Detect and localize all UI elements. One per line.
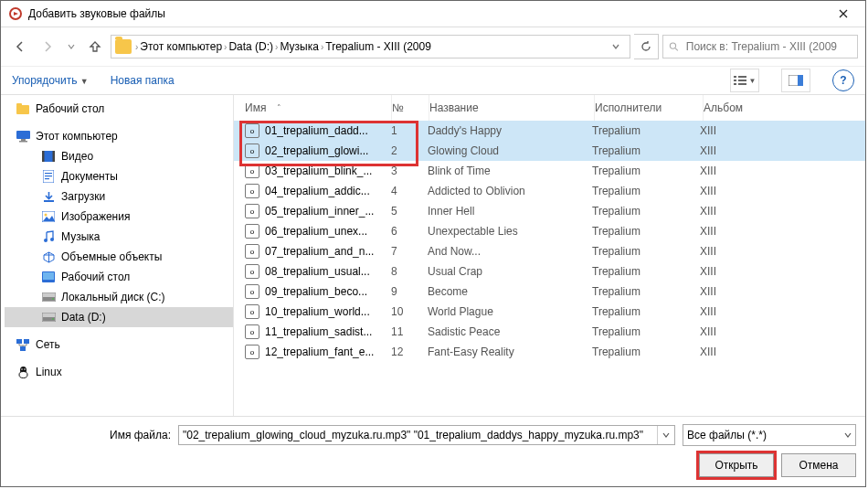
- close-button[interactable]: [825, 2, 862, 26]
- svg-rect-21: [45, 178, 49, 179]
- tree-item[interactable]: Локальный диск (С:): [5, 287, 233, 307]
- folder-icon: [115, 39, 132, 54]
- tree-item[interactable]: Изображения: [5, 207, 233, 227]
- tree-item[interactable]: Рабочий стол: [5, 267, 233, 287]
- svg-rect-5: [738, 80, 746, 81]
- tree-item-desktop[interactable]: Рабочий стол: [5, 99, 233, 119]
- svg-point-1: [670, 43, 675, 48]
- tree-item[interactable]: Объемные объекты: [5, 247, 233, 267]
- audio-file-icon: o: [245, 345, 259, 359]
- header-name[interactable]: Имя˄: [234, 95, 392, 121]
- file-row[interactable]: o09_trepalium_beco...9BecomeTrepaliumXII…: [234, 282, 865, 302]
- tree-item[interactable]: Загрузки: [5, 186, 233, 207]
- back-button[interactable]: [8, 35, 32, 58]
- filename-combo[interactable]: [178, 425, 675, 445]
- track-album: XIII: [700, 285, 865, 298]
- file-row[interactable]: o10_trepalium_world...10World PlagueTrep…: [234, 302, 865, 322]
- dialog-body: Рабочий стол Этот компьютер ВидеоДокумен…: [1, 95, 865, 416]
- network-icon: [16, 337, 30, 352]
- svg-rect-28: [43, 272, 54, 280]
- svg-rect-9: [798, 75, 803, 86]
- track-artist: Trepalium: [592, 185, 700, 197]
- svg-rect-10: [16, 105, 29, 114]
- tree-item-linux[interactable]: Linux: [5, 362, 233, 382]
- file-row[interactable]: o06_trepalium_unex...6Unexpectable LiesT…: [234, 221, 865, 241]
- chevron-right-icon: ›: [275, 42, 278, 52]
- new-folder-button[interactable]: Новая папка: [111, 74, 175, 87]
- preview-pane-button[interactable]: [781, 69, 810, 92]
- svg-rect-13: [21, 139, 26, 141]
- track-no: 8: [391, 265, 428, 278]
- file-row[interactable]: o04_trepalium_addic...4Addicted to Obliv…: [234, 181, 865, 201]
- track-album: XIII: [700, 345, 865, 358]
- svg-point-26: [50, 238, 54, 241]
- file-row[interactable]: o05_trepalium_inner_...5Inner HellTrepal…: [234, 201, 865, 221]
- file-list[interactable]: o01_trepalium_dadd...1Daddy's HappyTrepa…: [234, 121, 865, 416]
- toolbar: Упорядочить ▼ Новая папка ▼ ?: [1, 66, 865, 95]
- forward-button[interactable]: [36, 35, 59, 58]
- filename-label: Имя файла:: [10, 429, 171, 441]
- sidebar-item-icon: [41, 149, 56, 164]
- tree-item-network[interactable]: Сеть: [5, 335, 233, 355]
- history-dropdown[interactable]: [63, 35, 79, 58]
- svg-rect-3: [738, 76, 746, 78]
- open-button[interactable]: Открыть: [699, 453, 774, 477]
- header-track-no[interactable]: №: [392, 95, 429, 121]
- file-row[interactable]: o12_trepalium_fant_e...12Fant-Easy Reali…: [234, 342, 865, 362]
- window-title: Добавить звуковые файлы: [28, 7, 825, 20]
- file-row[interactable]: o01_trepalium_dadd...1Daddy's HappyTrepa…: [234, 121, 865, 141]
- track-no: 11: [391, 325, 428, 338]
- track-artist: Trepalium: [592, 245, 700, 258]
- cancel-button[interactable]: Отмена: [781, 453, 856, 477]
- track-title: Become: [428, 285, 592, 298]
- track-no: 2: [391, 144, 428, 157]
- search-field[interactable]: [684, 39, 852, 54]
- tree-item[interactable]: Видео: [5, 146, 233, 166]
- svg-rect-11: [16, 103, 22, 106]
- track-no: 4: [391, 185, 428, 197]
- track-no: 12: [391, 345, 428, 358]
- header-title[interactable]: Название: [429, 95, 595, 121]
- address-bar[interactable]: › Этот компьютер› Data (D:)› Музыка› Tre…: [111, 35, 630, 58]
- svg-rect-14: [19, 141, 27, 143]
- track-artist: Trepalium: [592, 205, 700, 218]
- track-title: Sadistic Peace: [428, 325, 592, 338]
- tree-item[interactable]: Музыка: [5, 227, 233, 247]
- header-artist[interactable]: Исполнители: [595, 95, 704, 121]
- filename-input[interactable]: [178, 425, 675, 445]
- track-album: XIII: [700, 185, 865, 197]
- up-button[interactable]: [83, 35, 107, 58]
- file-row[interactable]: o03_trepalium_blink_...3Blink of TimeTre…: [234, 161, 865, 181]
- tree-item[interactable]: Data (D:): [5, 307, 233, 327]
- track-artist: Trepalium: [592, 225, 700, 238]
- file-row[interactable]: o11_trepalium_sadist...11Sadistic PeaceT…: [234, 322, 865, 342]
- address-dropdown[interactable]: [606, 37, 626, 57]
- header-album[interactable]: Альбом: [704, 95, 865, 121]
- app-icon: [8, 6, 23, 21]
- breadcrumb: Trepalium - XIII (2009: [325, 40, 431, 53]
- file-name: 10_trepalium_world...: [265, 305, 370, 318]
- tree-item-this-pc[interactable]: Этот компьютер: [5, 126, 233, 146]
- tree-item-label: Объемные объекты: [61, 250, 162, 263]
- search-icon: [669, 41, 679, 52]
- file-row[interactable]: o08_trepalium_usual...8Usual CrapTrepali…: [234, 261, 865, 282]
- sidebar-item-icon: [41, 189, 56, 204]
- track-album: XIII: [700, 205, 865, 218]
- tree-item-label: Data (D:): [61, 311, 106, 324]
- track-title: Unexpectable Lies: [428, 225, 592, 238]
- track-title: Glowing Cloud: [428, 144, 592, 157]
- tree-item[interactable]: Документы: [5, 166, 233, 186]
- audio-file-icon: o: [245, 144, 259, 158]
- view-mode-button[interactable]: ▼: [730, 69, 759, 92]
- file-name: 06_trepalium_unex...: [265, 225, 367, 238]
- file-row[interactable]: o07_trepalium_and_n...7And Now...Trepali…: [234, 241, 865, 261]
- filename-dropdown[interactable]: [657, 426, 674, 444]
- organize-menu[interactable]: Упорядочить ▼: [12, 74, 89, 87]
- file-type-filter[interactable]: Все файлы (*.*): [683, 424, 856, 446]
- nav-tree[interactable]: Рабочий стол Этот компьютер ВидеоДокумен…: [1, 95, 234, 416]
- refresh-button[interactable]: [634, 34, 659, 59]
- file-row[interactable]: o02_trepalium_glowi...2Glowing CloudTrep…: [234, 141, 865, 161]
- search-input[interactable]: [662, 35, 858, 58]
- file-name: 02_trepalium_glowi...: [265, 144, 368, 157]
- help-button[interactable]: ?: [832, 69, 854, 91]
